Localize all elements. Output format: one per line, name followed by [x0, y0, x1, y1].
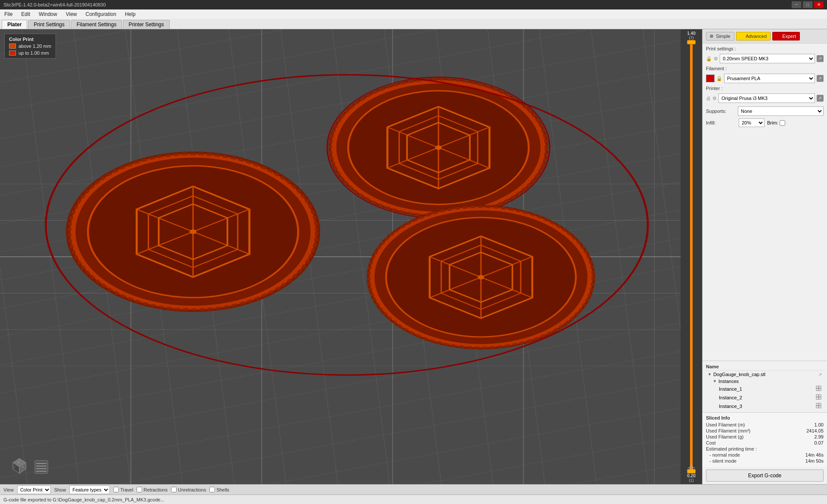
tree-instances-row[interactable]: ▼ Instances: [706, 378, 824, 385]
show-select[interactable]: Feature types: [69, 485, 110, 494]
expert-mode-button[interactable]: Expert: [772, 32, 800, 40]
sliced-row-0: Used Filament (m) 1.00: [706, 422, 824, 427]
printer-gear-icon: ⚙: [712, 96, 717, 101]
svg-point-39: [190, 229, 196, 234]
svg-point-65: [690, 466, 693, 470]
bottom-bar: View Color Print Show Feature types Trav…: [0, 484, 827, 495]
svg-rect-72: [816, 397, 818, 399]
filament-select[interactable]: Prusament PLA: [724, 74, 815, 83]
svg-rect-69: [819, 389, 821, 391]
main-layout: Color Print above 1.20 mm up to 1.00 mm …: [0, 29, 827, 484]
titlebar-title: Slic3rPE-1.42.0-beta2+win64-full-2019041…: [3, 2, 106, 7]
sliced-label-4: Estimated printing time :: [706, 446, 757, 451]
tree-instance-3-row[interactable]: Instance_3: [706, 402, 824, 411]
menu-edit[interactable]: Edit: [19, 10, 33, 18]
supports-select[interactable]: None: [738, 106, 824, 116]
tab-plater[interactable]: Plater: [2, 20, 27, 29]
tree-root-label: DogGauge_knob_cap.stl: [713, 372, 765, 377]
viewport[interactable]: Color Print above 1.20 mm up to 1.00 mm …: [0, 29, 681, 484]
brim-checkbox[interactable]: [780, 120, 785, 126]
sliced-label-5: - normal mode: [709, 452, 740, 457]
infill-brim-row: Infill: 20% Brim:: [706, 118, 824, 127]
tree-root-arrow: ▼: [708, 372, 712, 376]
retractions-label: Retractions: [143, 487, 168, 492]
shells-checkbox[interactable]: [209, 487, 215, 492]
legend-color-2: [9, 50, 16, 56]
maximize-button[interactable]: □: [803, 1, 812, 8]
tab-print-settings[interactable]: Print Settings: [28, 20, 70, 29]
filament-lock-icon: 🔒: [716, 76, 722, 81]
view-label: View: [3, 487, 14, 492]
svg-rect-67: [819, 386, 821, 388]
sliced-info: Sliced Info Used Filament (m) 1.00 Used …: [703, 412, 827, 467]
sliced-val-0: 1.00: [815, 422, 824, 427]
tree-instance-2-row[interactable]: Instance_2: [706, 393, 824, 402]
slider-bottom-sub: (1): [687, 478, 695, 482]
sliced-label-6: - silent mode: [709, 458, 737, 464]
close-button[interactable]: ✕: [814, 1, 824, 8]
svg-rect-73: [819, 397, 821, 399]
slider-settings-icon[interactable]: [687, 464, 696, 472]
tree-instance-1-row[interactable]: Instance_1: [706, 385, 824, 393]
menu-window[interactable]: Window: [36, 10, 60, 18]
retractions-checkbox[interactable]: [137, 487, 142, 492]
sliced-val-1: 2414.05: [806, 428, 824, 433]
tree-instance-2-icon[interactable]: [816, 394, 822, 401]
filament-color-swatch[interactable]: [706, 75, 715, 82]
slider-bottom-value: 0.20: [687, 473, 695, 478]
tree-root-export-icon[interactable]: ↗: [818, 372, 822, 377]
svg-text:F: F: [22, 466, 24, 468]
svg-rect-71: [819, 395, 821, 397]
tabbar: Plater Print Settings Filament Settings …: [0, 19, 827, 29]
shells-label: Shells: [216, 487, 229, 492]
menu-view[interactable]: View: [63, 10, 80, 18]
infill-select[interactable]: 20%: [739, 118, 765, 127]
travel-checkbox-group: Travel: [113, 487, 133, 492]
slider-top-sub: (7): [687, 36, 695, 40]
menubar: File Edit Window View Configuration Help: [0, 9, 827, 19]
view-mode-select[interactable]: Color Print: [17, 485, 51, 494]
brim-group: Brim:: [767, 120, 785, 126]
filament-action-icon[interactable]: ↗: [817, 75, 824, 82]
legend-item-2: up to 1.00 mm: [9, 50, 51, 56]
menu-file[interactable]: File: [2, 10, 15, 18]
sliced-row-2: Used Filament (g) 2.99: [706, 434, 824, 439]
filament-select-row: 🔒 Prusament PLA ↗: [706, 74, 824, 83]
slider-handle-top[interactable]: [687, 40, 696, 44]
tree-root-row[interactable]: ▼ DogGauge_knob_cap.stl ↗: [706, 371, 824, 378]
tree-instances-arrow: ▼: [713, 379, 717, 383]
sliced-row-4: Estimated printing time :: [706, 446, 824, 451]
print-settings-select-row: 🔒 ⚙ 0.20mm SPEED MK3 ↗: [706, 54, 824, 63]
shells-checkbox-group: Shells: [209, 487, 229, 492]
sliced-row-6: - silent mode 14m 50s: [706, 458, 824, 464]
printer-select[interactable]: Original Prusa i3 MK3: [718, 93, 815, 103]
window-controls: ─ □ ✕: [792, 1, 824, 8]
menu-configuration[interactable]: Configuration: [83, 10, 119, 18]
layers-icon-button[interactable]: [33, 458, 50, 476]
minimize-button[interactable]: ─: [792, 1, 801, 8]
travel-checkbox[interactable]: [113, 487, 119, 492]
view-cube[interactable]: T L F: [9, 454, 30, 476]
legend-color-1: [9, 44, 16, 49]
tab-printer-settings[interactable]: Printer Settings: [123, 20, 169, 29]
export-gcode-button[interactable]: Export G-code: [706, 470, 824, 482]
right-panel-content: Print settings : 🔒 ⚙ 0.20mm SPEED MK3 ↗ …: [703, 44, 827, 361]
print-settings-select[interactable]: 0.20mm SPEED MK3: [720, 54, 815, 63]
simple-mode-button[interactable]: Simple: [706, 32, 734, 40]
svg-rect-68: [816, 389, 818, 391]
legend-label-1: above 1.20 mm: [19, 44, 51, 49]
supports-row: Supports: None: [706, 106, 824, 116]
menu-help[interactable]: Help: [122, 10, 138, 18]
svg-point-51: [478, 275, 484, 279]
printer-action-icon[interactable]: ↗: [817, 95, 824, 102]
print-settings-action-icon[interactable]: ↗: [817, 55, 824, 62]
sliced-val-6: 14m 50s: [805, 458, 824, 464]
svg-point-27: [435, 145, 441, 150]
layer-slider[interactable]: 1.40 (7) 0.20 (1): [681, 29, 702, 484]
tab-filament-settings[interactable]: Filament Settings: [71, 20, 122, 29]
unretractions-checkbox[interactable]: [171, 487, 177, 492]
advanced-mode-button[interactable]: Advanced: [736, 32, 771, 40]
svg-rect-77: [819, 406, 821, 408]
tree-instance-3-icon[interactable]: [816, 403, 822, 410]
tree-instance-1-icon[interactable]: [816, 386, 822, 392]
